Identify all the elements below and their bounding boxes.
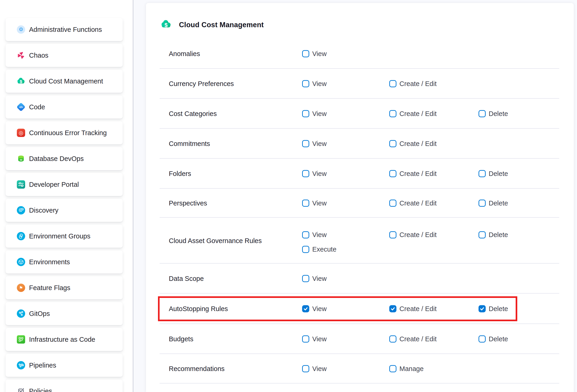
create-edit-checkbox[interactable] bbox=[389, 231, 397, 238]
create-edit-checkbox[interactable] bbox=[389, 200, 397, 207]
sidebar-item-environments[interactable]: Environments bbox=[5, 250, 123, 274]
view-checkbox[interactable] bbox=[302, 80, 309, 87]
row-data-scope: Data Scope View bbox=[146, 264, 574, 293]
delete-checkbox[interactable] bbox=[478, 110, 486, 117]
resource-name: Commitments bbox=[169, 140, 210, 147]
permission-view: View bbox=[302, 305, 326, 313]
row-autostopping-rules: AutoStopping Rules View Create / Edit bbox=[146, 293, 574, 324]
permission-view: View bbox=[302, 50, 326, 58]
permission-create-edit: Create / Edit bbox=[389, 170, 436, 178]
resource-name: Perspectives bbox=[169, 199, 207, 207]
database-infinity-icon: ∞ bbox=[17, 154, 25, 163]
view-checkbox[interactable] bbox=[302, 170, 309, 177]
create-edit-checkbox[interactable] bbox=[389, 335, 397, 343]
view-checkbox[interactable] bbox=[302, 200, 309, 207]
create-edit-checkbox[interactable] bbox=[389, 305, 397, 313]
permission-delete: Delete bbox=[478, 305, 508, 313]
resource-name: Data Scope bbox=[169, 275, 204, 283]
delete-checkbox[interactable] bbox=[478, 200, 486, 207]
permission-manage: Manage bbox=[389, 365, 424, 373]
row-perspectives: Perspectives View Create / Edit Delete bbox=[146, 189, 574, 218]
panel-header: $ Cloud Cost Management bbox=[161, 19, 264, 31]
permission-view: View bbox=[302, 231, 326, 239]
permissions-panel: $ Cloud Cost Management Anomalies View C… bbox=[146, 3, 574, 392]
svg-text:∞: ∞ bbox=[20, 158, 22, 162]
permission-create-edit: Create / Edit bbox=[389, 80, 436, 88]
sidebar-divider bbox=[133, 0, 133, 392]
git-fork-icon bbox=[17, 309, 25, 318]
view-checkbox[interactable] bbox=[302, 140, 309, 147]
permission-view: View bbox=[302, 140, 326, 147]
sidebar-item-discovery[interactable]: Discovery bbox=[5, 199, 123, 222]
create-edit-checkbox[interactable] bbox=[389, 170, 397, 177]
hexagon-search-icon bbox=[17, 206, 25, 214]
sidebar-item-feature-flags[interactable]: ⚑ Feature Flags bbox=[5, 276, 123, 299]
sidebar-item-pipelines[interactable]: Pipelines bbox=[5, 354, 123, 377]
resource-name: AutoStopping Rules bbox=[169, 305, 228, 313]
svg-text:$: $ bbox=[164, 22, 168, 28]
create-edit-checkbox[interactable] bbox=[389, 140, 397, 147]
permission-delete: Delete bbox=[478, 170, 508, 178]
sidebar-item-chaos[interactable]: Chaos bbox=[5, 44, 123, 67]
resource-name: Budgets bbox=[169, 335, 193, 343]
panel-title: Cloud Cost Management bbox=[179, 21, 264, 29]
view-checkbox[interactable] bbox=[302, 110, 309, 117]
flag-icon: ⚑ bbox=[17, 284, 25, 292]
svg-text:$: $ bbox=[20, 79, 22, 84]
delete-checkbox[interactable] bbox=[478, 335, 486, 343]
row-commitments: Commitments View Create / Edit bbox=[146, 129, 574, 159]
delete-checkbox[interactable] bbox=[478, 170, 486, 177]
code-brackets-icon: </> bbox=[17, 103, 25, 111]
execute-checkbox[interactable] bbox=[302, 246, 309, 253]
cloud-dollar-icon: $ bbox=[161, 19, 171, 31]
permission-create-edit: Create / Edit bbox=[389, 305, 436, 313]
view-checkbox[interactable] bbox=[302, 50, 309, 57]
circuit-blocks-icon bbox=[17, 335, 25, 344]
permission-rows: Anomalies View Currency Preferences View… bbox=[146, 39, 574, 384]
permission-view: View bbox=[302, 110, 326, 118]
sidebar-item-developer-portal[interactable]: Developer Portal bbox=[5, 173, 123, 196]
permission-view: View bbox=[302, 170, 326, 178]
cloud-dollar-icon: $ bbox=[17, 77, 25, 85]
hexagon-group-icon bbox=[17, 232, 25, 240]
sidebar-item-code[interactable]: </> Code bbox=[5, 96, 123, 118]
view-checkbox[interactable] bbox=[302, 335, 309, 343]
view-checkbox[interactable] bbox=[302, 275, 309, 282]
permission-view: View bbox=[302, 80, 326, 88]
view-checkbox[interactable] bbox=[302, 231, 309, 238]
sidebar-item-continuous-error-tracking[interactable]: ◎ Continuous Error Tracking bbox=[5, 121, 123, 144]
permission-delete: Delete bbox=[478, 110, 508, 118]
create-edit-checkbox[interactable] bbox=[389, 80, 397, 87]
permission-view: View bbox=[302, 335, 326, 343]
permission-create-edit: Create / Edit bbox=[389, 199, 436, 207]
resource-name: Currency Preferences bbox=[169, 80, 234, 88]
resource-name: Recommendations bbox=[169, 365, 225, 373]
delete-checkbox[interactable] bbox=[478, 305, 486, 313]
sliders-icon bbox=[17, 180, 25, 189]
permission-view: View bbox=[302, 275, 326, 283]
permission-create-edit: Create / Edit bbox=[389, 231, 436, 239]
sidebar-item-infrastructure-as-code[interactable]: Infrastructure as Code bbox=[5, 328, 123, 351]
chaos-pinwheel-icon bbox=[17, 51, 25, 60]
permission-view: View bbox=[302, 365, 326, 373]
sidebar-item-database-devops[interactable]: ∞ Database DevOps bbox=[5, 147, 123, 170]
view-checkbox[interactable] bbox=[302, 305, 309, 313]
resource-name: Cloud Asset Governance Rules bbox=[169, 237, 262, 245]
sidebar-item-cloud-cost-management[interactable]: $ Cloud Cost Management bbox=[5, 70, 123, 93]
resource-name: Anomalies bbox=[169, 50, 200, 58]
create-edit-checkbox[interactable] bbox=[389, 110, 397, 117]
sidebar-item-administrative-functions[interactable]: ⚙ Administrative Functions bbox=[5, 18, 123, 41]
sidebar-item-gitops[interactable]: GitOps bbox=[5, 302, 123, 325]
permission-view: View bbox=[302, 199, 326, 207]
sidebar-item-policies[interactable]: Policies bbox=[5, 380, 123, 392]
manage-checkbox[interactable] bbox=[389, 365, 397, 372]
sidebar-item-environment-groups[interactable]: Environment Groups bbox=[5, 225, 123, 248]
permission-create-edit: Create / Edit bbox=[389, 335, 436, 343]
permission-execute: Execute bbox=[302, 246, 336, 253]
gear-icon: ⚙ bbox=[17, 25, 25, 34]
delete-checkbox[interactable] bbox=[478, 231, 486, 238]
row-budgets: Budgets View Create / Edit Delete bbox=[146, 324, 574, 354]
resource-name: Cost Categories bbox=[169, 110, 217, 118]
row-recommendations: Recommendations View Manage bbox=[146, 354, 574, 384]
view-checkbox[interactable] bbox=[302, 365, 309, 372]
